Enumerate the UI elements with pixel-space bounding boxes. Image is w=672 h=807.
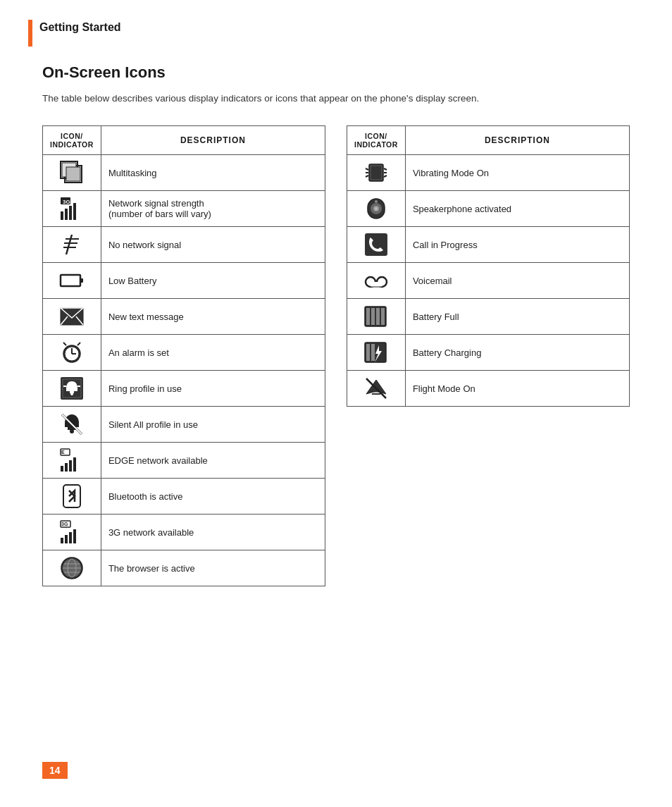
desc-cell: Battery Charging xyxy=(405,335,629,371)
battery-full-icon xyxy=(363,304,389,329)
table-row: Multitasking xyxy=(43,155,325,191)
vibrating-mode-icon xyxy=(363,160,389,185)
icon-cell xyxy=(43,371,101,407)
svg-line-24 xyxy=(63,343,66,345)
table-row: Vibrating Mode On xyxy=(347,155,630,191)
desc-cell: An alarm is set xyxy=(101,335,325,371)
svg-text:3G: 3G xyxy=(63,199,70,205)
svg-rect-46 xyxy=(65,535,68,543)
right-icon-table: ICON/INDICATOR DESCRIPTION xyxy=(347,125,630,407)
desc-cell: Call in Progress xyxy=(405,227,629,263)
icon-cell: 3G xyxy=(43,515,101,550)
bluetooth-icon xyxy=(59,483,85,509)
table-row: Call in Progress xyxy=(347,227,630,263)
icon-cell: 3G xyxy=(43,191,101,227)
desc-cell: No network signal xyxy=(101,227,325,263)
table-row: An alarm is set xyxy=(43,335,325,371)
svg-rect-75 xyxy=(371,308,375,325)
icon-cell xyxy=(43,227,101,263)
svg-rect-39 xyxy=(65,463,68,472)
low-battery-icon xyxy=(59,268,85,293)
icon-cell xyxy=(43,550,101,586)
icon-cell xyxy=(347,299,406,335)
desc-cell: Network signal strength(number of bars w… xyxy=(101,191,325,227)
icon-cell xyxy=(43,407,101,443)
voicemail-icon xyxy=(363,268,389,293)
icon-cell: E xyxy=(43,443,101,479)
orange-accent-bar xyxy=(28,20,32,47)
svg-line-57 xyxy=(366,168,368,170)
icon-cell xyxy=(347,227,406,263)
svg-line-59 xyxy=(366,175,368,177)
desc-cell: EDGE network available xyxy=(101,443,325,479)
table-row: New text message xyxy=(43,299,325,335)
table-row: Bluetooth is active xyxy=(43,479,325,515)
desc-cell: Multitasking xyxy=(101,155,325,191)
svg-rect-48 xyxy=(73,529,76,543)
svg-line-25 xyxy=(77,343,80,345)
edge-network-icon: E xyxy=(59,448,85,473)
svg-rect-8 xyxy=(69,206,72,220)
svg-rect-80 xyxy=(371,344,375,361)
icon-cell xyxy=(347,371,406,407)
svg-line-60 xyxy=(384,168,387,170)
page-title: On-Screen Icons xyxy=(42,63,630,82)
svg-rect-7 xyxy=(65,209,68,220)
svg-line-62 xyxy=(384,175,387,177)
left-desc-header: DESCRIPTION xyxy=(101,126,325,155)
3g-network-icon: 3G xyxy=(59,519,85,545)
no-network-icon xyxy=(59,232,85,257)
svg-point-33 xyxy=(70,429,74,433)
desc-cell: Battery Full xyxy=(405,299,629,335)
desc-cell: 3G network available xyxy=(101,515,325,550)
ring-profile-icon xyxy=(59,376,85,401)
desc-cell: Speakerphone activated xyxy=(405,191,629,227)
table-row: Flight Mode On xyxy=(347,371,630,407)
left-icon-table: ICON/INDICATOR DESCRIPTION Mult xyxy=(42,125,325,586)
section-title: Getting Started xyxy=(39,21,121,34)
svg-line-10 xyxy=(66,235,72,254)
desc-cell: New text message xyxy=(101,299,325,335)
svg-rect-42 xyxy=(63,485,80,507)
svg-rect-6 xyxy=(61,211,63,220)
svg-text:E: E xyxy=(61,450,65,455)
svg-rect-79 xyxy=(366,344,370,361)
svg-rect-68 xyxy=(365,233,387,256)
svg-rect-9 xyxy=(73,203,76,220)
page-number: 14 xyxy=(42,762,68,779)
svg-rect-38 xyxy=(61,466,63,472)
desc-cell: Low Battery xyxy=(101,263,325,299)
svg-rect-77 xyxy=(381,308,385,325)
icon-cell xyxy=(347,191,406,227)
desc-cell: Voicemail xyxy=(405,263,629,299)
icon-cell xyxy=(347,155,406,191)
svg-rect-47 xyxy=(69,532,72,543)
svg-rect-71 xyxy=(371,282,382,287)
icon-cell xyxy=(347,263,406,299)
table-row: Low Battery xyxy=(43,263,325,299)
table-row: Voicemail xyxy=(347,263,630,299)
table-row: 3G 3G network available xyxy=(43,515,325,550)
silent-all-icon xyxy=(59,412,85,437)
table-row: Battery Full xyxy=(347,299,630,335)
intro-paragraph: The table below describes various displa… xyxy=(42,92,620,106)
svg-point-29 xyxy=(70,393,73,395)
desc-cell: Ring profile in use xyxy=(101,371,325,407)
icon-cell xyxy=(43,299,101,335)
table-row: Silent All profile in use xyxy=(43,407,325,443)
call-in-progress-icon xyxy=(363,232,389,257)
table-row: No network signal xyxy=(43,227,325,263)
left-icon-header: ICON/INDICATOR xyxy=(43,126,101,155)
speakerphone-icon xyxy=(363,196,389,221)
icon-cell xyxy=(43,335,101,371)
desc-cell: Vibrating Mode On xyxy=(405,155,629,191)
svg-rect-14 xyxy=(61,275,80,286)
svg-rect-45 xyxy=(61,538,63,543)
desc-cell: The browser is active xyxy=(101,550,325,586)
icon-cell xyxy=(43,479,101,515)
svg-rect-40 xyxy=(69,460,72,472)
right-icon-header: ICON/INDICATOR xyxy=(347,126,406,155)
svg-rect-15 xyxy=(80,278,83,283)
alarm-icon xyxy=(59,340,85,365)
tables-container: ICON/INDICATOR DESCRIPTION Mult xyxy=(42,125,630,586)
